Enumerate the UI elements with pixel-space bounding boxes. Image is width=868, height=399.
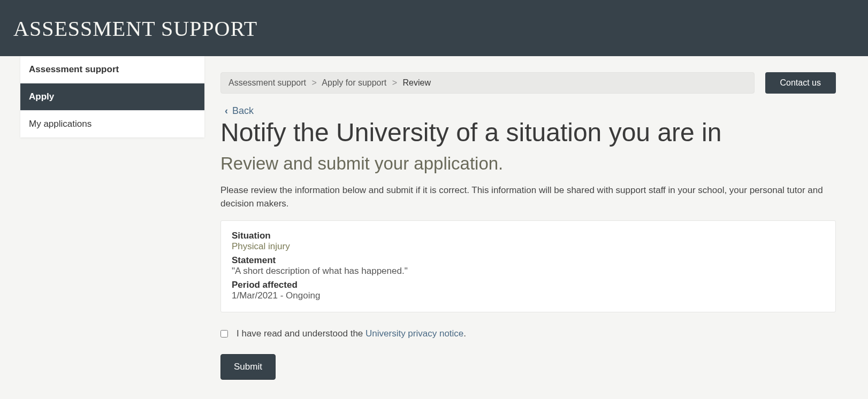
- top-row: Assessment support > Apply for support >…: [220, 72, 836, 94]
- breadcrumb-link-apply-for-support[interactable]: Apply for support: [322, 78, 386, 87]
- breadcrumb-separator: >: [311, 78, 316, 87]
- sidebar-item-assessment-support[interactable]: Assessment support: [20, 56, 204, 83]
- app-title: ASSESSMENT SUPPORT: [13, 16, 855, 41]
- sidebar-item-apply[interactable]: Apply: [20, 83, 204, 111]
- page-title: Notify the University of a situation you…: [220, 119, 836, 147]
- main-container: Assessment support Apply My applications…: [0, 56, 868, 399]
- back-label: Back: [232, 105, 254, 117]
- breadcrumb-separator: >: [392, 78, 397, 87]
- sidebar-item-label: Assessment support: [29, 64, 119, 74]
- app-header: ASSESSMENT SUPPORT: [0, 0, 868, 56]
- submit-button[interactable]: Submit: [220, 354, 276, 380]
- sidebar: Assessment support Apply My applications: [0, 56, 204, 399]
- situation-value: Physical injury: [232, 241, 825, 252]
- consent-text-after: .: [463, 328, 466, 339]
- page-subtitle: Review and submit your application.: [220, 154, 836, 174]
- privacy-notice-link[interactable]: University privacy notice: [366, 328, 463, 339]
- statement-label: Statement: [232, 255, 825, 266]
- consent-label: I have read and understood the Universit…: [237, 328, 466, 339]
- back-link[interactable]: ‹ Back: [225, 105, 254, 117]
- chevron-left-icon: ‹: [225, 105, 228, 117]
- sidebar-item-my-applications[interactable]: My applications: [20, 111, 204, 137]
- consent-row: I have read and understood the Universit…: [220, 328, 836, 339]
- contact-us-button[interactable]: Contact us: [765, 72, 836, 94]
- breadcrumb: Assessment support > Apply for support >…: [220, 72, 755, 94]
- consent-text-before: I have read and understood the: [237, 328, 366, 339]
- main-content: Assessment support > Apply for support >…: [204, 56, 868, 399]
- situation-label: Situation: [232, 231, 825, 241]
- review-card: Situation Physical injury Statement "A s…: [220, 220, 836, 312]
- breadcrumb-link-assessment-support[interactable]: Assessment support: [229, 78, 306, 87]
- consent-checkbox[interactable]: [220, 330, 228, 337]
- period-affected-value: 1/Mar/2021 - Ongoing: [232, 290, 825, 301]
- period-affected-label: Period affected: [232, 280, 825, 290]
- page-description: Please review the information below and …: [220, 183, 836, 211]
- breadcrumb-current: Review: [403, 78, 431, 87]
- sidebar-item-label: Apply: [29, 91, 54, 102]
- statement-value: "A short description of what has happene…: [232, 266, 825, 277]
- sidebar-item-label: My applications: [29, 119, 92, 129]
